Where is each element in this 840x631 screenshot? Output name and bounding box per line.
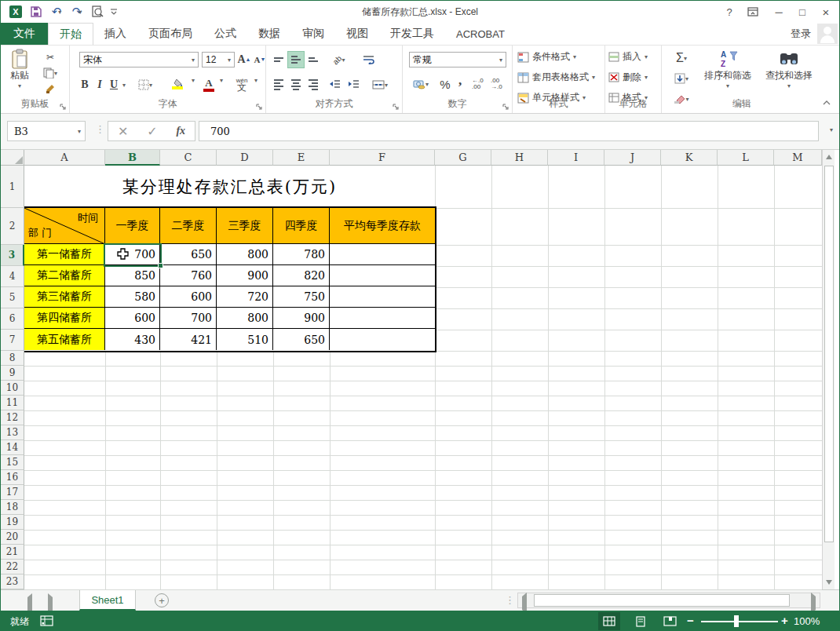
- fill-button[interactable]: ▾: [668, 71, 695, 86]
- wrap-text-button[interactable]: [359, 52, 378, 67]
- maximize-button[interactable]: □: [791, 1, 814, 23]
- column-header-B[interactable]: B: [105, 150, 160, 166]
- row-header-12[interactable]: 12: [1, 410, 24, 425]
- horizontal-scrollbar[interactable]: [517, 593, 820, 608]
- cell-A6[interactable]: 第四储蓄所: [24, 308, 105, 329]
- scroll-down-arrow[interactable]: [823, 575, 835, 589]
- row-header-13[interactable]: 13: [1, 425, 24, 440]
- zoom-out-button[interactable]: −: [687, 614, 694, 627]
- cell-D4[interactable]: 900: [217, 265, 273, 286]
- row-header-21[interactable]: 21: [1, 545, 24, 560]
- cell-F4[interactable]: [330, 265, 435, 286]
- cell-E7[interactable]: 650: [273, 329, 330, 350]
- bold-button[interactable]: B: [78, 77, 92, 93]
- tab-home[interactable]: 开始: [48, 23, 93, 45]
- cell-D6[interactable]: 800: [217, 308, 273, 329]
- delete-cells-button[interactable]: 删除▾: [608, 71, 648, 84]
- cell-C4[interactable]: 760: [160, 265, 217, 286]
- prev-sheet-arrow[interactable]: [27, 597, 32, 611]
- underline-button[interactable]: U: [108, 77, 120, 93]
- column-header-C[interactable]: C: [160, 150, 217, 166]
- paste-button[interactable]: 粘贴 ▾: [5, 49, 34, 89]
- cut-button[interactable]: ✂: [38, 50, 62, 64]
- cell-E5[interactable]: 750: [273, 286, 330, 308]
- insert-cells-button[interactable]: 插入▾: [608, 50, 648, 64]
- decrease-indent-button[interactable]: [326, 77, 343, 93]
- new-sheet-button[interactable]: +: [155, 593, 169, 607]
- cell-E2[interactable]: 四季度: [273, 208, 330, 244]
- underline-dropdown[interactable]: ▾: [120, 77, 128, 93]
- bottom-align-button[interactable]: [305, 52, 321, 67]
- insert-function-button[interactable]: fx: [176, 125, 185, 137]
- cell-E3[interactable]: 780: [273, 244, 330, 265]
- minimize-button[interactable]: ─: [767, 1, 791, 23]
- cell-C6[interactable]: 700: [160, 308, 217, 329]
- borders-button[interactable]: ▾: [134, 77, 156, 93]
- tab-bar-splitter[interactable]: ⋮: [505, 594, 515, 606]
- fill-color-button[interactable]: [166, 75, 189, 93]
- page-break-view-button[interactable]: [659, 612, 681, 630]
- cell-F7[interactable]: [330, 329, 435, 350]
- align-center-button[interactable]: [288, 77, 304, 93]
- cell-A1-title[interactable]: 某分理处存款汇总表(万元): [24, 166, 435, 208]
- tab-data[interactable]: 数据: [247, 23, 291, 45]
- format-as-table-button[interactable]: 套用表格格式▾: [517, 71, 595, 84]
- cell-F2[interactable]: 平均每季度存款: [330, 208, 435, 244]
- select-all-button[interactable]: [1, 150, 24, 166]
- decrease-decimal-button[interactable]: .00 →.0: [491, 77, 508, 91]
- row-header-4[interactable]: 4: [1, 266, 24, 287]
- column-header-H[interactable]: H: [491, 150, 548, 166]
- merge-center-button[interactable]: ▾: [367, 77, 393, 93]
- fill-color-dropdown[interactable]: ▾: [189, 77, 197, 84]
- scroll-right-arrow[interactable]: [811, 596, 816, 611]
- cell-D3[interactable]: 800: [217, 244, 273, 265]
- fill-handle[interactable]: [158, 263, 163, 268]
- row-header-9[interactable]: 9: [1, 366, 24, 381]
- expand-formula-bar-icon[interactable]: ▾: [830, 126, 833, 133]
- cell-A5[interactable]: 第三储蓄所: [24, 286, 105, 308]
- cell-D5[interactable]: 720: [217, 286, 273, 308]
- formula-bar-splitter[interactable]: ⋮: [95, 123, 105, 135]
- horizontal-scroll-thumb[interactable]: [534, 594, 790, 607]
- row-header-3[interactable]: 3: [1, 245, 24, 266]
- formula-input[interactable]: 700: [199, 121, 819, 141]
- row-header-20[interactable]: 20: [1, 530, 24, 545]
- accounting-format-button[interactable]: ▾: [409, 75, 433, 93]
- page-layout-view-button[interactable]: [630, 612, 652, 630]
- middle-align-button[interactable]: [288, 52, 304, 67]
- confirm-entry-icon[interactable]: ✓: [147, 124, 157, 139]
- close-button[interactable]: ×: [814, 1, 838, 23]
- cell-F6[interactable]: [330, 308, 435, 329]
- normal-view-button[interactable]: [598, 612, 620, 630]
- top-align-button[interactable]: [271, 52, 287, 67]
- row-header-15[interactable]: 15: [1, 455, 24, 470]
- row-header-16[interactable]: 16: [1, 470, 24, 485]
- zoom-in-button[interactable]: +: [781, 614, 788, 627]
- tab-view[interactable]: 视图: [335, 23, 379, 45]
- cell-A2-corner[interactable]: 时间 部 门: [24, 208, 105, 244]
- column-header-K[interactable]: K: [661, 150, 718, 166]
- tab-formulas[interactable]: 公式: [203, 23, 247, 45]
- zoom-slider-thumb[interactable]: [734, 615, 739, 627]
- tab-acrobat[interactable]: ACROBAT: [445, 23, 516, 45]
- row-header-1[interactable]: 1: [1, 166, 24, 208]
- conditional-formatting-button[interactable]: 条件格式▾: [517, 50, 576, 64]
- column-header-E[interactable]: E: [273, 150, 330, 166]
- row-header-5[interactable]: 5: [1, 287, 24, 308]
- increase-decimal-button[interactable]: ←.0 .00: [472, 77, 489, 91]
- tab-review[interactable]: 审阅: [291, 23, 335, 45]
- comma-style-button[interactable]: ,: [455, 72, 466, 89]
- format-painter-button[interactable]: [38, 82, 62, 96]
- shrink-font-button[interactable]: A▼: [252, 52, 268, 67]
- cell-C5[interactable]: 600: [160, 286, 217, 308]
- sign-in-link[interactable]: 登录: [791, 27, 811, 41]
- column-header-G[interactable]: G: [435, 150, 491, 166]
- column-header-L[interactable]: L: [718, 150, 774, 166]
- cell-E4[interactable]: 820: [273, 265, 330, 286]
- font-color-button[interactable]: A: [200, 75, 217, 93]
- cell-B2[interactable]: 一季度: [105, 208, 160, 244]
- phonetic-dropdown[interactable]: ▾: [252, 77, 260, 84]
- tab-developer[interactable]: 开发工具: [379, 23, 445, 45]
- font-dialog-launcher[interactable]: [255, 102, 263, 110]
- column-header-F[interactable]: F: [330, 150, 435, 166]
